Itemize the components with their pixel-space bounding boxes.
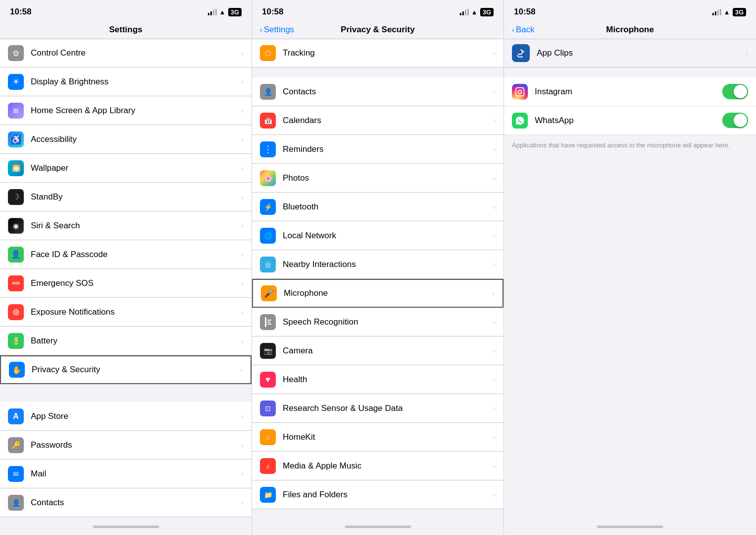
list-item-standby[interactable]: ☽ StandBy › — [0, 183, 252, 211]
privacy-list: ⬡ Tracking › 👤 Contacts › 📅 Calendars › … — [252, 39, 504, 518]
instagram-label: Instagram — [535, 87, 722, 97]
list-item-tracking[interactable]: ⬡ Tracking › — [252, 39, 504, 67]
privacy-label: Privacy & Security — [32, 365, 240, 375]
list-item-display[interactable]: ☀ Display & Brightness › — [0, 67, 252, 96]
list-item-localnetwork[interactable]: 🌐 Local Network › — [252, 221, 504, 250]
list-item-siri[interactable]: ◉ Siri & Search › — [0, 211, 252, 240]
health-label: Health — [283, 375, 493, 385]
list-item-privacy[interactable]: ✋ Privacy & Security › — [0, 355, 252, 384]
whatsapp-toggle[interactable] — [722, 113, 748, 128]
list-item-homekit[interactable]: ⌂ HomeKit › — [252, 423, 504, 452]
list-item-bluetooth[interactable]: ⚡ Bluetooth › — [252, 193, 504, 221]
svg-point-2 — [522, 89, 523, 90]
siri-icon: ◉ — [8, 218, 24, 234]
localnetwork-label: Local Network — [283, 231, 493, 241]
chevron-icon: › — [493, 203, 496, 211]
list-item-files[interactable]: 📁 Files and Folders › — [252, 480, 504, 509]
chevron-icon: › — [493, 117, 496, 125]
appclips-icon — [512, 44, 530, 62]
list-item-calendars[interactable]: 📅 Calendars › — [252, 106, 504, 135]
chevron-icon: › — [493, 433, 496, 441]
signal-icon-3 — [712, 9, 721, 15]
list-item-speech[interactable]: Speech Recognition › — [252, 308, 504, 336]
privacy-security-title: Privacy & Security — [341, 25, 415, 35]
list-item-sos[interactable]: SOS Emergency SOS › — [0, 269, 252, 298]
status-time-2: 10:58 — [262, 7, 283, 17]
tracking-icon: ⬡ — [260, 45, 276, 61]
bottom-bar-3 — [504, 518, 756, 535]
wallpaper-label: Wallpaper — [31, 163, 241, 173]
status-icons-3: ▲ 3G — [712, 8, 746, 16]
contacts-p-label: Contacts — [283, 87, 493, 97]
files-icon: 📁 — [260, 487, 276, 503]
list-item-photos[interactable]: 🌸 Photos › — [252, 164, 504, 193]
exposure-label: Exposure Notifications — [31, 307, 241, 317]
homescreen-label: Home Screen & App Library — [31, 106, 241, 116]
list-item-faceid[interactable]: 👤 Face ID & Passcode › — [0, 240, 252, 269]
contacts-p-icon: 👤 — [260, 84, 276, 100]
nav-bar-3: ‹ Back Microphone — [504, 20, 756, 39]
list-item-wallpaper[interactable]: 🌅 Wallpaper › — [0, 154, 252, 183]
list-item-research[interactable]: ⊡ Research Sensor & Usage Data › — [252, 394, 504, 423]
list-item-contacts[interactable]: 👤 Contacts › — [0, 488, 252, 517]
calendars-icon: 📅 — [260, 113, 276, 129]
media-label: Media & Apple Music — [283, 461, 493, 471]
list-item-reminders[interactable]: ⋮ Reminders › — [252, 135, 504, 164]
chevron-icon: › — [493, 232, 496, 240]
chevron-icon: › — [493, 88, 496, 96]
reminders-icon: ⋮ — [260, 141, 276, 157]
list-item-health[interactable]: ♥ Health › — [252, 365, 504, 394]
appstore-label: App Store — [31, 411, 241, 421]
chevron-icon: › — [493, 404, 496, 412]
microphone-label: Microphone — [284, 288, 492, 298]
photos-label: Photos — [283, 173, 493, 183]
wifi-icon: ▲ — [219, 8, 226, 16]
back-chevron-3: ‹ — [512, 26, 514, 34]
chevron-icon: › — [241, 193, 244, 201]
list-item-contacts-p[interactable]: 👤 Contacts › — [252, 77, 504, 106]
faceid-icon: 👤 — [8, 247, 24, 263]
list-item-nearby[interactable]: ◎ Nearby Interactions › — [252, 250, 504, 279]
list-item-whatsapp[interactable]: WhatsApp — [504, 106, 756, 135]
toggle-thumb — [734, 114, 747, 127]
accessibility-label: Accessibility — [31, 134, 241, 144]
battery-icon: 3G — [228, 8, 242, 16]
privacy-icon: ✋ — [9, 362, 25, 378]
list-item-accessibility[interactable]: ♿ Accessibility › — [0, 125, 252, 154]
panel-settings: 10:58 ▲ 3G Settings ⚙ Control Centre › ☀… — [0, 0, 252, 535]
back-button-2[interactable]: ‹ Settings — [260, 25, 294, 35]
mail-icon: ✉ — [8, 466, 24, 482]
list-item-media[interactable]: ♪ Media & Apple Music › — [252, 452, 504, 480]
battery-icon-3: 3G — [733, 8, 746, 16]
list-item-homescreen[interactable]: ⊞ Home Screen & App Library › — [0, 96, 252, 125]
list-item-microphone[interactable]: 🎤 Microphone › — [252, 279, 504, 308]
bottom-bar-1 — [0, 518, 252, 535]
chevron-icon: › — [493, 347, 496, 355]
list-item-battery[interactable]: 🔋 Battery › — [0, 327, 252, 355]
bluetooth-icon: ⚡ — [260, 199, 276, 215]
home-indicator-2 — [345, 526, 411, 528]
reminders-label: Reminders — [283, 144, 493, 154]
chevron-icon: › — [493, 174, 496, 182]
chevron-icon: › — [241, 107, 244, 115]
list-item-appstore[interactable]: A App Store › — [0, 402, 252, 431]
health-icon: ♥ — [260, 372, 276, 388]
instagram-toggle[interactable] — [722, 84, 748, 99]
nearby-label: Nearby Interactions — [283, 260, 493, 269]
list-item-instagram[interactable]: Instagram — [504, 77, 756, 106]
homekit-icon: ⌂ — [260, 429, 276, 445]
bluetooth-label: Bluetooth — [283, 202, 493, 212]
panel-microphone: 10:58 ▲ 3G ‹ Back Microphone — [504, 0, 756, 535]
list-item-appclips[interactable]: App Clips › — [504, 39, 756, 67]
list-item-control-centre[interactable]: ⚙ Control Centre › — [0, 39, 252, 67]
list-item-exposure[interactable]: ⊛ Exposure Notifications › — [0, 298, 252, 327]
research-label: Research Sensor & Usage Data — [283, 403, 493, 413]
chevron-icon: › — [241, 279, 244, 287]
home-indicator-1 — [93, 526, 159, 528]
chevron-icon: › — [493, 462, 496, 470]
back-button-3[interactable]: ‹ Back — [512, 25, 534, 35]
list-item-passwords[interactable]: 🔑 Passwords › — [0, 431, 252, 460]
list-item-camera[interactable]: 📷 Camera › — [252, 336, 504, 365]
chevron-icon: › — [241, 251, 244, 259]
list-item-mail[interactable]: ✉ Mail › — [0, 460, 252, 488]
